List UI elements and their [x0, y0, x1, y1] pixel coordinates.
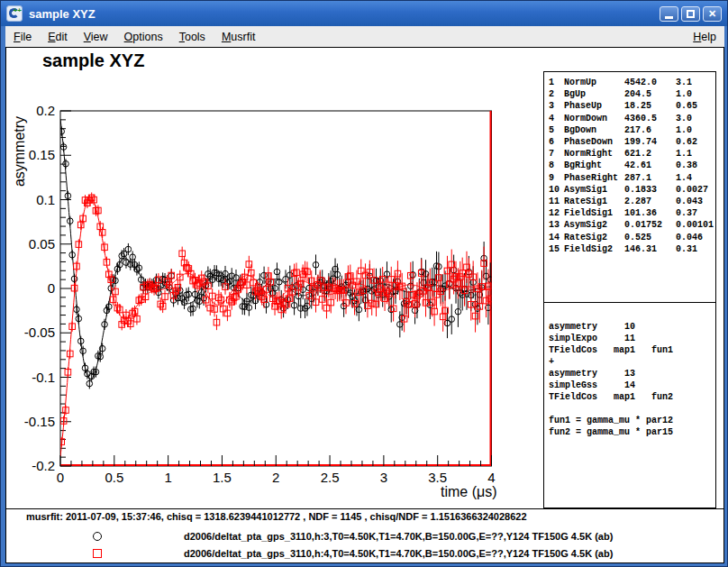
svg-text:-0.2: -0.2 — [32, 458, 55, 473]
legend-label: d2006/deltat_pta_gps_3110,h:4,T0=4.50K,T… — [184, 548, 613, 559]
maximize-button[interactable] — [681, 6, 700, 22]
svg-text:1.5: 1.5 — [213, 470, 232, 485]
x-axis: 00.511.522.533.54time (μs) — [57, 455, 497, 499]
parameter-row: 8BgRight42.610.38 — [549, 160, 715, 171]
parameter-row: 5BgDown217.61.0 — [549, 124, 715, 136]
close-button[interactable]: ✕ — [703, 6, 722, 22]
theory-section: asymmetry 10 simplExpo 11 TFieldCos map1… — [544, 303, 715, 438]
legend-item: d2006/deltat_pta_gps_3110,h:3,T0=4.50K,T… — [6, 530, 723, 543]
plot-canvas: 00.511.522.533.54time (μs)0.20.150.10.05… — [5, 47, 724, 563]
legend-label: d2006/deltat_pta_gps_3110,h:3,T0=4.50K,T… — [184, 531, 613, 542]
y-axis-title: asymmetry — [12, 116, 27, 187]
asymmetry-plot: 00.511.522.533.54time (μs)0.20.150.10.05… — [6, 48, 538, 508]
svg-text:-0.05: -0.05 — [24, 325, 55, 340]
svg-text:-0.15: -0.15 — [24, 414, 55, 429]
theory-text: asymmetry 10 simplExpo 11 TFieldCos map1… — [549, 321, 715, 438]
parameter-row: 12FieldSig1101.360.37 — [549, 207, 715, 219]
window-controls: ✕ — [660, 6, 722, 22]
menu-help[interactable]: Help — [685, 28, 724, 46]
parameter-list: 1NormUp4542.03.12BgUp204.51.03PhaseUp18.… — [544, 72, 715, 303]
app-window: ++ sample XYZ ✕ File Edit View Options T… — [0, 0, 728, 567]
svg-text:3: 3 — [380, 470, 387, 485]
series-h:3 — [59, 119, 494, 389]
menu-options[interactable]: Options — [116, 28, 171, 46]
parameter-row: 4NormDown4360.53.0 — [549, 113, 715, 124]
parameter-row: 14RateSig20.5250.046 — [549, 232, 715, 243]
svg-text:3.5: 3.5 — [428, 470, 447, 485]
app-icon: ++ — [6, 5, 23, 22]
parameter-row: 10AsymSig10.18330.0027 — [549, 184, 715, 196]
legend-square-marker — [93, 549, 102, 558]
close-icon: ✕ — [708, 9, 716, 19]
parameter-row: 1NormUp4542.03.1 — [549, 77, 715, 88]
parameter-row: 15FieldSig2146.310.31 — [549, 243, 715, 255]
series-h:4 — [59, 192, 494, 456]
svg-text:0.2: 0.2 — [36, 103, 55, 118]
svg-text:0.5: 0.5 — [105, 470, 123, 485]
parameter-row: 3PhaseUp18.250.65 — [549, 100, 715, 112]
parameter-row: 6PhaseDown199.740.62 — [549, 136, 715, 148]
svg-text:4: 4 — [487, 470, 495, 485]
menu-file[interactable]: File — [5, 28, 40, 46]
fit-output-panel: 1NormUp4542.03.12BgUp204.51.03PhaseUp18.… — [543, 71, 716, 508]
svg-text:0.05: 0.05 — [29, 236, 55, 251]
minimize-button[interactable] — [660, 6, 678, 22]
x-axis-title: time (μs) — [441, 484, 497, 499]
titlebar: ++ sample XYZ ✕ — [1, 1, 727, 26]
svg-text:-0.1: -0.1 — [32, 370, 55, 385]
parameter-row: 7NormRight621.21.1 — [549, 148, 715, 160]
parameter-row: 9PhaseRight287.11.4 — [549, 172, 715, 184]
fit-status-line: musrfit: 2011-07-09, 15:37:46, chisq = 1… — [26, 511, 527, 522]
svg-text:0: 0 — [48, 280, 55, 296]
parameter-row: 11RateSig12.2870.043 — [549, 196, 715, 207]
menu-edit[interactable]: Edit — [40, 28, 76, 46]
menubar: File Edit View Options Tools Musrfit Hel… — [5, 26, 724, 47]
svg-text:0: 0 — [57, 470, 64, 485]
maximize-icon — [687, 10, 695, 18]
legend-item: d2006/deltat_pta_gps_3110,h:4,T0=4.50K,T… — [6, 547, 723, 560]
svg-text:2.5: 2.5 — [321, 470, 340, 485]
svg-text:0.15: 0.15 — [29, 147, 55, 162]
svg-text:1: 1 — [164, 470, 171, 485]
svg-text:0.1: 0.1 — [36, 192, 55, 207]
legend-circle-marker — [93, 532, 102, 541]
window-title: sample XYZ — [29, 7, 96, 21]
canvas-divider — [6, 508, 723, 509]
root-logo-plusplus: ++ — [14, 7, 22, 14]
parameter-row: 13AsymSig20.017520.00101 — [549, 219, 715, 231]
plot-title: sample XYZ — [42, 50, 144, 71]
menu-tools[interactable]: Tools — [171, 28, 214, 46]
minimize-icon — [665, 16, 673, 19]
menu-musrfit[interactable]: Musrfit — [214, 28, 264, 46]
parameter-row: 2BgUp204.51.0 — [549, 88, 715, 100]
menu-view[interactable]: View — [76, 28, 116, 46]
svg-text:2: 2 — [272, 470, 279, 485]
